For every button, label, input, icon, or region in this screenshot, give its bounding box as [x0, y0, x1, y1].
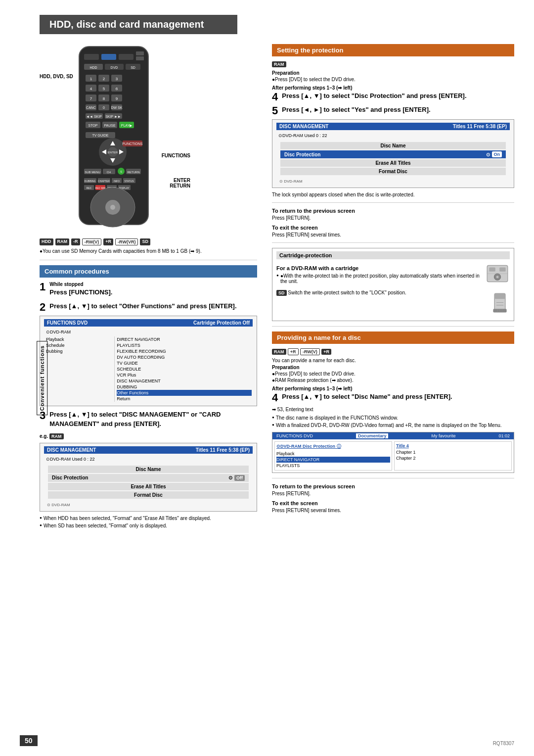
s1-other-funcs: Other Functions [117, 390, 252, 396]
badge-rwv: -RW(V) [82, 238, 102, 245]
functions-screen-mockup: FUNCTIONS DVD Cartridge Protection Off ⊙… [40, 316, 257, 406]
step-3: 3 Press [▲, ▼] to select "DISC MANAGEMEN… [40, 410, 257, 428]
cart-dvd-ram-header: For a DVD-RAM with a cartridge [276, 265, 481, 271]
step-4-name-number: 4 [272, 392, 278, 403]
setting-protection-header: Setting the protection [272, 44, 514, 56]
remote-area: HDD, DVD, SD HDD [40, 44, 257, 234]
fw-title-center: Documentary [356, 433, 389, 438]
svg-rect-4 [136, 51, 144, 55]
svg-text:INFO: INFO [114, 180, 120, 183]
svg-rect-3 [119, 54, 134, 60]
pn-badge-rwv: -RW(V) [300, 348, 320, 355]
pn-prep-label: Preparation [272, 365, 514, 370]
svg-text:STOP: STOP [89, 124, 98, 127]
svg-text:CANC: CANC [86, 106, 96, 109]
step-4-prot: 4 Press [▲, ▼] to select "Disc Protectio… [272, 92, 514, 100]
badge-ram: RAM [55, 238, 70, 245]
ps-disc-name: Disc Name [280, 142, 506, 149]
step-1-number: 1 [40, 282, 45, 292]
prot-screen-rows: Disc Name Disc Protection ⊙ On Erase All… [276, 139, 510, 178]
svg-text:CHAPTER: CHAPTER [98, 180, 110, 183]
fw-time: 01:02 [498, 433, 510, 438]
screen1-left: Playback Schedule Dubbing [45, 336, 112, 402]
badge-sd: SD [140, 238, 150, 245]
pn-intro: You can provide a name for each disc. [272, 358, 514, 363]
s2-disc-name: Disc Name [48, 466, 249, 473]
eg-badge: RAM [49, 433, 64, 439]
svg-text:SKIP ►►: SKIP ►► [105, 115, 121, 118]
badge-rwvr: -RW(VR) [115, 238, 138, 245]
sp-return-text: Press [RETURN]. [272, 215, 514, 221]
svg-text:SUB MENU: SUB MENU [85, 171, 100, 174]
sd-text: SD Switch the write-protect switch to th… [276, 290, 486, 295]
step-2-content: Press [▲, ▼] to select "Other Functions"… [49, 302, 257, 311]
screen2-footnote: ⊙ DVD-RAM [44, 502, 253, 508]
pn-exit-header: To exit the screen [272, 500, 514, 506]
s1-schedule-item: SCHEDULE [117, 366, 252, 372]
sp-return-header: To return to the previous screen [272, 208, 514, 214]
pn-return-text: Press [RETURN]. [272, 491, 514, 496]
pn-note-1: The disc name is displayed in the FUNCTI… [272, 415, 514, 421]
svg-text:REC: REC [87, 187, 92, 189]
s2-format-disc: Format Disc [48, 491, 249, 499]
fw-title-left: FUNCTIONS DVD [276, 433, 313, 438]
step-4-name-text: Press [▲, ▼] to select "Disc Name" and p… [282, 392, 514, 401]
sd-note: ●You can use SD Memory Cards with capaci… [40, 248, 257, 254]
fw-direct-nav: DIRECT NAVIGATOR [276, 457, 390, 463]
svg-text:DUBBING: DUBBING [85, 180, 96, 183]
doc-number: RQT8307 [493, 741, 514, 746]
screen1-subtitle: ⊙DVD-RAM [44, 329, 253, 335]
fw-col2-header: Title 4 [396, 443, 510, 448]
fw-playback: Playback [276, 451, 390, 457]
ps-format-disc: Format Disc [280, 168, 506, 175]
svg-text:FUNCTIONS: FUNCTIONS [123, 142, 143, 145]
ps-erase-all: Erase All Titles [280, 159, 506, 167]
svg-rect-91 [494, 294, 505, 299]
pn-note-2: With a finalized DVD-R, DVD-RW (DVD-Vide… [272, 423, 514, 428]
pn-after-steps: After performing steps 1–3 (➡ left) [272, 386, 514, 391]
while-stopped-label: While stopped [49, 282, 257, 287]
ps-disc-prot: Disc Protection ⊙ On [280, 150, 506, 158]
cart-dvd-ram-text: ●With the write-protect tab in the prote… [276, 273, 481, 284]
common-procedures-header: Common procedures [40, 265, 257, 278]
svg-text:9: 9 [116, 96, 118, 101]
fw-body: ⊙DVD-RAM Disc Protection ⓘ Playback DIRE… [272, 439, 514, 472]
svg-text:2: 2 [103, 77, 105, 81]
step-5-prot: 5 Press [◄, ►] to select "Yes" and press… [272, 105, 514, 114]
svg-text:S: S [120, 170, 122, 173]
step-1-content: While stopped Press [FUNCTIONS]. [49, 282, 257, 297]
svg-point-83 [110, 205, 115, 210]
step-4-prot-text: Press [▲, ▼] to select "Disc Protection"… [282, 92, 514, 100]
note-sd: When SD has been selected, "Format" only… [40, 523, 257, 528]
cart-dvd-ram-section: For a DVD-RAM with a cartridge ●With the… [276, 261, 481, 286]
pn-badge-plus-r: +R [288, 348, 299, 355]
enter-return-label: ENTERRETURN [170, 178, 190, 189]
svg-rect-85 [489, 268, 495, 272]
s2-disc-prot: Disc Protection ⊙ Off [48, 474, 249, 482]
step-5-prot-content: Press [◄, ►] to select "Yes" and press [… [282, 105, 514, 114]
s1-dubbing: Dubbing [45, 348, 112, 354]
svg-rect-86 [499, 268, 506, 272]
cart-content: For a DVD-RAM with a cartridge ●With the… [276, 261, 510, 286]
s1-vcr-plus: VCR Plus [117, 372, 252, 378]
fw-chapter2: Chapter 2 [396, 455, 510, 461]
providing-name-header: Providing a name for a disc [272, 331, 514, 344]
fw-col1: ⊙DVD-RAM Disc Protection ⓘ Playback DIRE… [274, 441, 392, 471]
cart-sd-text: Switch the write-protect switch to the "… [288, 290, 406, 295]
side-label: Convenient functions [37, 341, 47, 415]
pn-badges-row: RAM +R -RW(V) +R [272, 348, 514, 355]
functions-label: FUNCTIONS [162, 153, 190, 158]
s2-erase-all: Erase All Titles [48, 483, 249, 490]
svg-text:DW SK: DW SK [111, 106, 123, 109]
sp-prep-label: Preparation [272, 70, 514, 76]
note-hdd: When HDD has been selected, "Format" and… [40, 516, 257, 521]
svg-text:SD: SD [131, 66, 135, 69]
step-1-text: Press [FUNCTIONS]. [49, 288, 257, 297]
fw-col2: Title 4 Chapter 1 Chapter 2 [394, 441, 512, 471]
svg-text:8: 8 [103, 96, 105, 101]
screen1-rows: Playback Schedule Dubbing DIRECT NAVIGAT… [44, 335, 253, 403]
s1-dv-auto: DV AUTO RECORDING [117, 354, 252, 360]
sp-prep-text: ●Press [DVD] to select the DVD drive. [272, 77, 514, 82]
hdd-dvd-sd-label: HDD, DVD, SD [40, 74, 73, 79]
left-column: HDD, DVD, SD HDD [40, 44, 257, 530]
